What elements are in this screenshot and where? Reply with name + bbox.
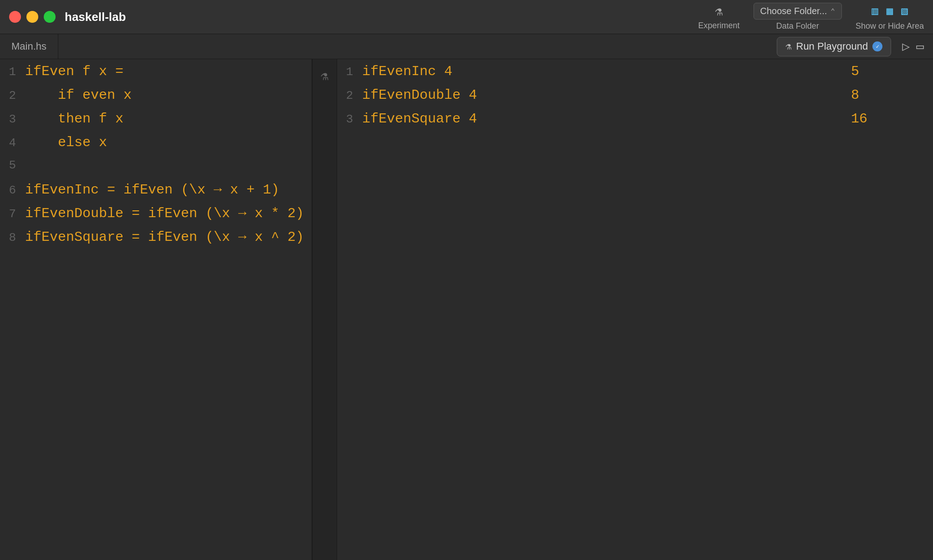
titlebar-right: ⚗ Experiment Choose Folder... ⌃ Data Fol…: [698, 3, 924, 31]
run-playground-button[interactable]: ⚗ Run Playground ✓: [777, 37, 891, 56]
pg-line-number-2: 2: [342, 89, 362, 102]
result-value-1: 5: [851, 64, 859, 79]
badge-check-icon: ✓: [876, 43, 879, 50]
playground-line-3: 3 ifEvenSquare 4: [337, 111, 842, 135]
code-text-6: ifEvenInc = ifEven (\x → x + 1): [25, 182, 279, 198]
code-line-4: 4 else x: [0, 135, 312, 158]
result-line-3: 16: [842, 111, 933, 135]
line-number-3: 3: [5, 112, 25, 126]
choose-folder-group: Choose Folder... ⌃ Data Folder: [754, 3, 842, 31]
code-text-2: if even x: [25, 87, 132, 103]
collapse-button[interactable]: ▭: [916, 39, 924, 54]
pg-line-number-1: 1: [342, 65, 362, 79]
line-number-7: 7: [5, 207, 25, 221]
code-text-4: else x: [25, 135, 107, 150]
code-line-5: 5: [0, 158, 312, 182]
app-title: haskell-lab: [65, 10, 126, 24]
play-button[interactable]: ▷: [902, 39, 910, 54]
view-options-group: ▥ ▦ ▧ Show or Hide Area: [856, 3, 924, 31]
experiment-label: Experiment: [698, 21, 739, 31]
code-text-1: ifEven f x =: [25, 64, 123, 79]
code-line-7: 7 ifEvenDouble = ifEven (\x → x * 2): [0, 206, 312, 229]
playground-line-1: 1 ifEvenInc 4: [337, 64, 842, 87]
pg-code-text-1: ifEvenInc 4: [362, 64, 452, 79]
line-number-2: 2: [5, 89, 25, 102]
code-line-6: 6 ifEvenInc = ifEven (\x → x + 1): [0, 182, 312, 206]
line-number-8: 8: [5, 231, 25, 244]
code-editor[interactable]: 1 ifEven f x = 2 if even x 3 then f x 4 …: [0, 59, 312, 560]
file-tab-label: Main.hs: [11, 41, 46, 52]
experiment-button[interactable]: ⚗ Experiment: [698, 4, 739, 31]
chevron-icon: ⌃: [830, 7, 835, 16]
data-folder-label: Data Folder: [776, 21, 819, 31]
close-button[interactable]: [9, 11, 21, 23]
sidebar-left-icon[interactable]: ▥: [870, 3, 880, 20]
code-line-1: 1 ifEven f x =: [0, 64, 312, 87]
traffic-lights: [9, 11, 56, 23]
run-flask-icon: ⚗: [785, 41, 791, 53]
main-content: 1 ifEven f x = 2 if even x 3 then f x 4 …: [0, 59, 933, 560]
show-hide-label: Show or Hide Area: [856, 21, 924, 31]
result-value-3: 16: [851, 111, 867, 127]
view-buttons: ▥ ▦ ▧: [870, 3, 909, 20]
result-line-2: 8: [842, 87, 933, 111]
split-view-icon[interactable]: ▦: [885, 3, 895, 20]
flask-icon: ⚗: [715, 4, 723, 19]
line-number-6: 6: [5, 183, 25, 197]
code-line-8: 8 ifEvenSquare = ifEven (\x → x ^ 2): [0, 229, 312, 253]
playground-line-2: 2 ifEvenDouble 4: [337, 87, 842, 111]
file-tab[interactable]: Main.hs: [0, 34, 58, 59]
playground-code-area[interactable]: 1 ifEvenInc 4 2 ifEvenDouble 4 3 ifEvenS…: [337, 59, 842, 560]
sidebar-right-icon[interactable]: ▧: [899, 3, 909, 20]
code-text-8: ifEvenSquare = ifEven (\x → x ^ 2): [25, 229, 304, 245]
code-text-3: then f x: [25, 111, 123, 127]
playground-panel: 1 ifEvenInc 4 2 ifEvenDouble 4 3 ifEvenS…: [337, 59, 933, 560]
line-number-1: 1: [5, 65, 25, 79]
result-line-1: 5: [842, 64, 933, 87]
playground-results-area: 5 8 16: [842, 59, 933, 560]
run-playground-label: Run Playground: [796, 41, 868, 52]
panel-divider: ⚗: [312, 59, 337, 560]
editor-panel: 1 ifEven f x = 2 if even x 3 then f x 4 …: [0, 59, 312, 560]
playground-tab-area: ⚗ Run Playground ✓ ▷ ▭: [768, 34, 933, 59]
titlebar: haskell-lab ⚗ Experiment Choose Folder..…: [0, 0, 933, 34]
code-line-3: 3 then f x: [0, 111, 312, 135]
line-number-5: 5: [5, 158, 25, 172]
pg-code-text-2: ifEvenDouble 4: [362, 87, 477, 103]
choose-folder-button[interactable]: Choose Folder... ⌃: [754, 3, 842, 20]
choose-folder-text: Choose Folder...: [760, 6, 827, 16]
tabbar: Main.hs ⚗ Run Playground ✓ ▷ ▭: [0, 34, 933, 59]
result-value-2: 8: [851, 87, 859, 103]
pg-code-text-3: ifEvenSquare 4: [362, 111, 477, 127]
code-line-2: 2 if even x: [0, 87, 312, 111]
run-playground-badge: ✓: [872, 41, 882, 51]
code-text-7: ifEvenDouble = ifEven (\x → x * 2): [25, 206, 304, 221]
minimize-button[interactable]: [26, 11, 38, 23]
maximize-button[interactable]: [44, 11, 56, 23]
pg-line-number-3: 3: [342, 112, 362, 126]
divider-flask-icon: ⚗: [321, 68, 328, 84]
line-number-4: 4: [5, 136, 25, 150]
